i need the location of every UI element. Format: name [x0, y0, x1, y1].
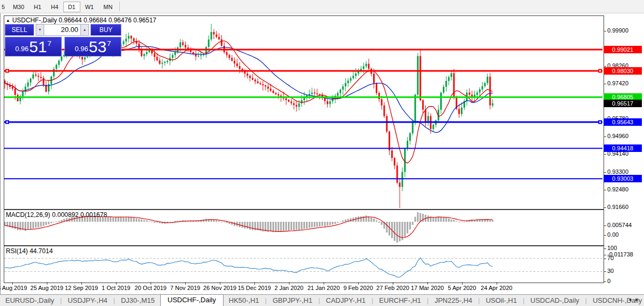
date-label: 17 Mar 2020 [411, 285, 444, 291]
timeframe-button-h4[interactable]: H4 [46, 2, 63, 12]
timeframe-button-5[interactable]: 5 [0, 2, 8, 12]
rsi-label: RSI(14) 44.7014 [6, 247, 53, 255]
price-tick-mark [604, 207, 606, 208]
macd-tick-mark [604, 226, 606, 226]
price-tick-mark [604, 190, 606, 190]
chart-title: ▲USDCHF-,Daily 0.96644 0.96684 0.96476 0… [6, 17, 156, 24]
sell-price-big-digits: 51 [29, 39, 47, 55]
buy-button[interactable]: BUY [90, 24, 121, 36]
chart-tab-usoil-h1[interactable]: USOil-,H1 [481, 296, 523, 304]
price-tick-label: 0.94960 [607, 133, 629, 139]
price-badge-0.94418: 0.94418 [604, 144, 642, 152]
chart-tab-cadjpy-h1[interactable]: CADJPY-,H1 [320, 296, 371, 304]
price-badge-0.96517: 0.96517 [604, 100, 642, 107]
trading-terminal: 5M30H1H4D1W1MN ▲USDCHF-,Daily 0.96644 0.… [0, 0, 644, 306]
price-tick-mark [604, 66, 606, 67]
rsi-chart [4, 246, 602, 281]
sell-quote-button[interactable]: 0.96 51 7 [5, 37, 62, 57]
timeframe-toolbar: 5M30H1H4D1W1MN [0, 0, 644, 13]
volume-input[interactable]: 20.00 [44, 24, 80, 36]
timeframe-button-mn[interactable]: MN [98, 2, 117, 12]
rsi-tick-mark [604, 281, 606, 282]
date-label: 25 Aug 2019 [30, 285, 63, 291]
price-tick-mark [604, 154, 606, 155]
chart-tab-eurusd-daily[interactable]: EURUSD-,Daily [0, 296, 60, 304]
rsi-line [5, 258, 493, 278]
buy-price-pip-digit: 7 [107, 39, 111, 47]
macd-tick-label: 0.00 [607, 231, 618, 238]
timeframe-button-w1[interactable]: W1 [80, 2, 99, 12]
price-tick-label: 0.93300 [607, 168, 629, 175]
chart-tab-gbpjpy-h1[interactable]: GBPJPY-,H1 [267, 296, 318, 304]
date-label: 6 Aug 2019 [0, 285, 27, 291]
price-badge-0.99021: 0.99021 [604, 46, 642, 53]
date-label: 2 Jan 2020 [275, 285, 303, 291]
rsi-tick-mark [604, 248, 606, 249]
rsi-indicator-panel [4, 246, 604, 283]
date-label: 5 Apr 2020 [448, 285, 476, 291]
symbol-marker-icon: ▲ [6, 18, 10, 23]
chart-tab-dj30-m15[interactable]: DJ30-,M15 [115, 296, 160, 304]
ma-fast-line [5, 41, 493, 163]
chart-tab-bar: EURUSD-,Daily|USDJPY-,H4|DJ30-,M15USDCHF… [0, 294, 644, 306]
timeframe-button-d1[interactable]: D1 [63, 2, 80, 12]
macd-label: MACD(12,26,9) 0.000892 0.001678 [6, 211, 107, 219]
sell-price-pip-digit: 7 [47, 39, 51, 47]
chart-tab-usdchf-daily[interactable]: USDCHF-,Daily [160, 294, 224, 306]
tab-scroll-left-icon[interactable]: ◂ [629, 296, 635, 302]
date-label: 27 Feb 2020 [376, 285, 409, 291]
date-label: 7 Nov 2019 [170, 285, 200, 291]
chart-tab-usdjpy-h4[interactable]: USDJPY-,H4 [62, 296, 113, 304]
chart-ohlc-values: 0.96644 0.96684 0.96476 0.96517 [59, 17, 156, 24]
sell-price-prefix: 0.96 [15, 45, 29, 53]
rsi-tick-mark [604, 259, 606, 259]
volume-stepper: ▼ 20.00 ▲ [36, 24, 89, 36]
price-tick-label: 0.91660 [607, 204, 629, 210]
buy-quote-button[interactable]: 0.96 53 7 [64, 37, 121, 57]
date-label: 26 Nov 2019 [203, 285, 236, 291]
triangle-up-icon: ▲ [83, 28, 87, 31]
volume-increase-button[interactable]: ▲ [80, 24, 89, 36]
date-label: 24 Apr 2020 [481, 285, 512, 291]
price-tick-mark [604, 172, 606, 173]
volume-decrease-button[interactable]: ▼ [36, 24, 44, 36]
toolbar-separator [119, 2, 120, 11]
chart-symbol-period: USDCHF-,Daily [12, 17, 57, 24]
price-tick-label: 0.92480 [607, 186, 629, 192]
price-tick-mark [604, 136, 606, 137]
rsi-tick-mark [604, 271, 606, 272]
timeframe-button-m30[interactable]: M30 [8, 2, 29, 12]
one-click-trade-panel: SELL ▼ 20.00 ▲ BUY 0.96 51 7 0.96 53 7 [5, 24, 121, 57]
macd-signal-line [5, 216, 493, 238]
date-label: 1 Oct 2019 [102, 285, 130, 291]
date-label: 9 Feb 2020 [343, 285, 373, 291]
triangle-down-icon: ▼ [38, 28, 42, 31]
macd-tick-mark [604, 255, 606, 255]
buy-price-prefix: 0.96 [75, 45, 88, 53]
chart-tab-eurchf-h1[interactable]: EURCHF-,H1 [374, 296, 426, 304]
chart-tabs: EURUSD-,Daily|USDJPY-,H4|DJ30-,M15USDCHF… [0, 295, 644, 306]
rsi-tick-label: 0 [607, 278, 610, 284]
price-tick-label: 0.99900 [607, 27, 629, 34]
rsi-tick-label: 100 [607, 245, 617, 251]
tab-scroll-arrows: ◂▸ [629, 296, 642, 302]
ma-slow-line [5, 46, 493, 133]
date-label: 12 Sep 2019 [65, 285, 98, 291]
price-tick-mark [604, 84, 606, 84]
price-badge-0.98030: 0.98030 [604, 67, 642, 75]
rsi-tick-label: 30 [607, 268, 614, 274]
buy-price-big-digits: 53 [89, 39, 106, 55]
timeframe-button-h1[interactable]: H1 [29, 2, 46, 12]
price-badge-0.93003: 0.93003 [604, 175, 642, 182]
tab-scroll-right-icon[interactable]: ▸ [635, 296, 642, 302]
price-tick-mark [604, 31, 606, 31]
macd-tick-label: 0.005744 [607, 222, 632, 228]
date-label: 15 Dec 2019 [238, 285, 271, 291]
price-tick-label: 0.97420 [607, 80, 629, 86]
chart-tab-hk50-h1[interactable]: HK50-,H1 [224, 296, 265, 304]
date-label: 20 Oct 2019 [135, 285, 167, 291]
chart-tab-usdcad-daily[interactable]: USDCAD-,Daily [525, 296, 585, 304]
chart-tab-jpn225-h4[interactable]: JPN225-,H4 [429, 296, 477, 304]
sell-button[interactable]: SELL [5, 24, 34, 36]
macd-tick-mark [604, 235, 606, 236]
